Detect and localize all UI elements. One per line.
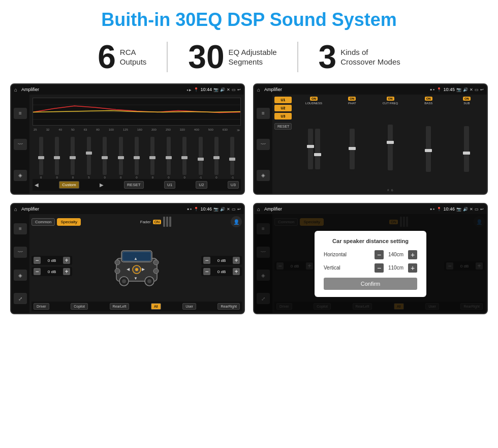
rearleft-btn-3[interactable]: RearLeft xyxy=(110,303,130,310)
sub-label: SUB xyxy=(463,102,470,105)
channel-u3-btn[interactable]: U3 xyxy=(274,113,292,120)
copilot-btn-3[interactable]: Copilot xyxy=(71,303,88,310)
status-icons-4: 📍 10:46 📷 🔊 ✕ ▭ ↩ xyxy=(437,206,484,212)
phat-slider[interactable] xyxy=(350,129,355,169)
right-plus-1[interactable]: + xyxy=(233,257,240,264)
distance-dialog: Car speaker distance setting Horizontal … xyxy=(315,231,426,297)
right-minus-1[interactable]: − xyxy=(203,257,210,264)
horizontal-plus-btn[interactable]: + xyxy=(408,250,417,259)
eq-u2-btn[interactable]: U2 xyxy=(196,181,207,189)
screen1-title: Amplifier xyxy=(21,87,184,92)
bass-label: BASS xyxy=(424,102,432,105)
eq-u1-btn[interactable]: U1 xyxy=(164,181,175,189)
user-btn-3[interactable]: User xyxy=(182,303,196,310)
vertical-plus-btn[interactable]: + xyxy=(408,263,417,273)
svg-point-12 xyxy=(153,260,159,265)
stat-text-eq: EQ AdjustableSegments xyxy=(229,47,277,67)
left-minus-1[interactable]: − xyxy=(34,257,41,264)
speaker-icon-3[interactable]: ◈ xyxy=(14,270,27,281)
home-icon-4: ⌂ xyxy=(257,206,260,212)
eq-next-btn[interactable]: ▶ xyxy=(100,182,104,188)
loudness-slider-1[interactable] xyxy=(308,129,313,169)
svg-text:▼: ▼ xyxy=(134,276,138,281)
side-icons-3: ≡ 〰 ◈ ⤢ xyxy=(11,214,29,313)
location-icon-4: 📍 xyxy=(437,207,442,212)
tab-specialty-3[interactable]: Specialty xyxy=(57,218,80,226)
eq-icon[interactable]: ≡ xyxy=(14,108,27,119)
horizontal-label: Horizontal xyxy=(324,252,354,257)
left-minus-2[interactable]: − xyxy=(34,268,41,275)
bass-slider[interactable] xyxy=(426,126,431,172)
back-icon-1: ↩ xyxy=(237,87,241,92)
camera-icon-4: 📷 xyxy=(456,207,461,212)
sub-on: ON xyxy=(463,97,471,101)
amp-section-loudness: ON LOUDNESS xyxy=(296,97,332,192)
screen4-time: 10:46 xyxy=(443,206,455,212)
left-db-val-1: 0 dB xyxy=(42,258,61,263)
rearright-btn-3[interactable]: RearRight xyxy=(217,303,240,310)
amp-section-sub: ON SUB xyxy=(449,97,485,192)
volume-icon-1: 🔊 xyxy=(220,87,225,92)
right-minus-2[interactable]: − xyxy=(203,268,210,275)
right-plus-2[interactable]: + xyxy=(233,268,240,275)
page-title: Buith-in 30EQ DSP Sound System xyxy=(0,0,498,36)
wave-icon[interactable]: 〰 xyxy=(14,139,27,150)
right-db-val-1: 0 dB xyxy=(212,258,231,263)
loudness-slider-2[interactable] xyxy=(315,129,320,169)
loudness-on: ON xyxy=(310,97,318,101)
horizontal-minus-btn[interactable]: − xyxy=(375,250,384,259)
channel-u1-btn[interactable]: U1 xyxy=(274,97,292,103)
expand-icon-3[interactable]: ⤢ xyxy=(14,293,27,304)
svg-point-14 xyxy=(153,268,159,274)
vertical-label: Vertical xyxy=(324,265,354,271)
back-icon-4: ↩ xyxy=(480,207,484,212)
screen3-title: Amplifier xyxy=(21,206,185,212)
wave-icon-2[interactable]: 〰 xyxy=(257,139,270,150)
amp-sliders-area: ON LOUDNESS xyxy=(296,97,485,192)
tab-common-3[interactable]: Common xyxy=(32,218,55,226)
eq-prev-btn[interactable]: ◀ xyxy=(35,182,39,188)
screen3-body: ≡ 〰 ◈ ⤢ Common Specialty Fader ON xyxy=(11,214,244,313)
amp-reset-btn[interactable]: RESET xyxy=(274,123,292,130)
svg-point-10 xyxy=(147,279,151,283)
vertical-control: − 110cm + xyxy=(375,263,417,273)
volume-icon-2: 🔊 xyxy=(463,87,468,92)
speaker-icon[interactable]: ◈ xyxy=(14,170,27,181)
all-btn-3[interactable]: All xyxy=(151,303,161,310)
right-speaker-col: − 0 dB + − 0 dB + xyxy=(201,256,242,276)
driver-btn-3[interactable]: Driver xyxy=(34,303,49,310)
eq-u3-btn[interactable]: U3 xyxy=(228,181,239,189)
screen-eq: ⌂ Amplifier ● ▶ 📍 10:44 📷 🔊 ✕ ▭ ↩ ≡ 〰 ◈ xyxy=(10,83,245,195)
screen4-body: ≡ 〰 ◈ ⤢ Common Specialty ON xyxy=(254,214,487,313)
screens-grid: ⌂ Amplifier ● ▶ 📍 10:44 📷 🔊 ✕ ▭ ↩ ≡ 〰 ◈ xyxy=(0,78,498,319)
vertical-minus-btn[interactable]: − xyxy=(375,263,384,273)
eq-icon-2[interactable]: ≡ xyxy=(257,108,270,119)
location-icon-1: 📍 xyxy=(194,87,199,92)
home-icon-3: ⌂ xyxy=(14,206,17,212)
fader-on-3: ON xyxy=(153,220,162,224)
sub-slider[interactable] xyxy=(464,126,469,172)
cutfreq-slider[interactable] xyxy=(388,125,393,170)
left-plus-1[interactable]: + xyxy=(63,257,70,264)
left-db-val-2: 0 dB xyxy=(42,270,61,274)
window-icon-2: ▭ xyxy=(475,87,479,92)
home-icon-2: ⌂ xyxy=(257,87,260,93)
confirm-button[interactable]: Confirm xyxy=(324,278,417,290)
eq-reset-btn[interactable]: RESET xyxy=(124,181,144,189)
screen2-title: Amplifier xyxy=(264,87,428,92)
stat-number-crossover: 3 xyxy=(319,41,337,73)
horizontal-row: Horizontal − 140cm + xyxy=(324,250,417,259)
left-speaker-col: − 0 dB + − 0 dB + xyxy=(32,256,72,276)
camera-icon-1: 📷 xyxy=(213,87,219,92)
eq-icon-3[interactable]: ≡ xyxy=(14,223,27,234)
crossover-main: Common Specialty Fader ON 👤 xyxy=(29,214,244,313)
dot-icon-2: ■ ● xyxy=(430,88,435,91)
wave-icon-3[interactable]: 〰 xyxy=(14,247,27,258)
dot-icon-4: ■ ● xyxy=(430,207,435,211)
channel-u2-btn[interactable]: U2 xyxy=(274,105,292,111)
left-plus-2[interactable]: + xyxy=(63,268,70,275)
stats-row: 6 RCAOutputs 30 EQ AdjustableSegments 3 … xyxy=(0,36,498,78)
svg-point-16 xyxy=(135,268,138,271)
profile-icon-3[interactable]: 👤 xyxy=(231,216,242,227)
speaker-icon-2[interactable]: ◈ xyxy=(257,170,270,181)
